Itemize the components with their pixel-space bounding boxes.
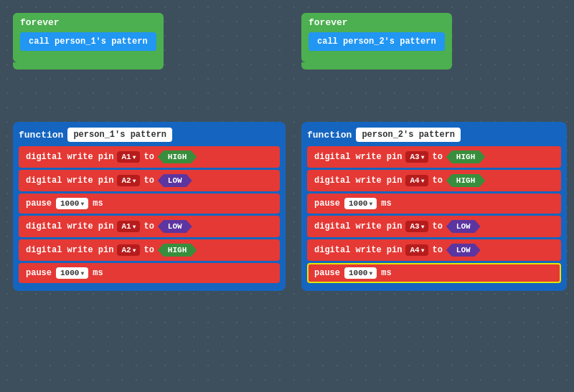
dw-text-1-1: digital write pin	[26, 152, 113, 162]
pin-select-1-1[interactable]: A1	[117, 151, 140, 163]
pause-block-2-1: pause 1000 ms	[307, 193, 561, 214]
function-name-1[interactable]: person_1's pattern	[67, 128, 172, 142]
dw-row-2-4: digital write pin A4 to LOW	[307, 239, 561, 261]
to-label-1-3: to	[144, 221, 154, 231]
dw-row-1-3: digital write pin A1 to LOW	[19, 216, 280, 237]
to-label-1-2: to	[144, 176, 154, 186]
value-low-2-3[interactable]: LOW	[446, 220, 481, 233]
forever-block-2: forever call person_2's pattern	[301, 13, 452, 62]
pin-select-1-4[interactable]: A2	[117, 244, 140, 256]
to-label-2-4: to	[432, 245, 442, 255]
dw-row-1-4: digital write pin A2 to HIGH	[19, 239, 280, 261]
forever-label-1: forever	[20, 17, 156, 28]
function-name-2[interactable]: person_2's pattern	[356, 128, 461, 142]
dw-text-2-1: digital write pin	[314, 152, 402, 162]
pause-value-2-2[interactable]: 1000	[344, 267, 377, 279]
to-label-2-3: to	[432, 221, 442, 231]
function-header-1: function person_1's pattern	[19, 128, 280, 142]
dw-text-1-3: digital write pin	[26, 221, 113, 231]
pin-select-1-2[interactable]: A2	[117, 175, 140, 186]
dw-row-2-1: digital write pin A3 to HIGH	[307, 146, 561, 168]
value-low-2-4[interactable]: LOW	[446, 244, 481, 257]
function-label-2: function	[307, 130, 352, 140]
pin-select-2-1[interactable]: A3	[405, 151, 428, 163]
ms-label-1-1: ms	[93, 199, 103, 209]
pause-block-2-2: pause 1000 ms	[307, 263, 561, 283]
value-low-1-2[interactable]: LOW	[158, 174, 192, 187]
pause-text-2-1: pause	[314, 199, 340, 209]
forever-label-2: forever	[309, 17, 445, 28]
dw-row-2-2: digital write pin A4 to HIGH	[307, 170, 561, 191]
value-high-1-4[interactable]: HIGH	[158, 244, 197, 257]
to-label-1-4: to	[144, 245, 154, 255]
forever-block-1: forever call person_1's pattern	[13, 13, 164, 62]
pin-select-2-3[interactable]: A3	[405, 221, 428, 232]
function-block-1: function person_1's pattern digital writ…	[13, 122, 286, 291]
dw-text-2-2: digital write pin	[314, 176, 402, 186]
pause-value-1-1[interactable]: 1000	[56, 198, 88, 209]
pause-value-2-1[interactable]: 1000	[344, 198, 377, 209]
dw-text-1-4: digital write pin	[26, 245, 113, 255]
pin-select-1-3[interactable]: A1	[117, 221, 140, 232]
to-label-2-2: to	[432, 176, 442, 186]
dw-text-2-3: digital write pin	[314, 221, 402, 231]
function-block-2: function person_2's pattern digital writ…	[301, 122, 567, 291]
pin-select-2-2[interactable]: A4	[405, 175, 428, 186]
to-label-2-1: to	[432, 152, 442, 162]
dw-row-1-2: digital write pin A2 to LOW	[19, 170, 280, 191]
call-block-2[interactable]: call person_2's pattern	[309, 32, 445, 51]
pause-text-1-1: pause	[26, 199, 52, 209]
ms-label-2-2: ms	[381, 268, 391, 278]
value-low-1-3[interactable]: LOW	[158, 220, 192, 233]
function-header-2: function person_2's pattern	[307, 128, 561, 142]
pause-text-2-2: pause	[314, 268, 340, 278]
ms-label-2-1: ms	[381, 199, 391, 209]
dw-row-1-1: digital write pin A1 to HIGH	[19, 146, 280, 168]
to-label-1-1: to	[144, 152, 154, 162]
pause-text-1-2: pause	[26, 268, 52, 278]
dw-text-1-2: digital write pin	[26, 176, 113, 186]
value-high-2-2[interactable]: HIGH	[446, 174, 485, 187]
dw-text-2-4: digital write pin	[314, 245, 402, 255]
value-high-2-1[interactable]: HIGH	[446, 150, 485, 163]
pause-value-1-2[interactable]: 1000	[56, 267, 88, 279]
call-block-1[interactable]: call person_1's pattern	[20, 32, 156, 51]
ms-label-1-2: ms	[93, 268, 103, 278]
dw-row-2-3: digital write pin A3 to LOW	[307, 216, 561, 237]
function-label-1: function	[19, 130, 63, 140]
pause-block-1-1: pause 1000 ms	[19, 193, 280, 214]
pin-select-2-4[interactable]: A4	[405, 244, 428, 256]
pause-block-1-2: pause 1000 ms	[19, 263, 280, 283]
value-high-1-1[interactable]: HIGH	[158, 150, 197, 163]
